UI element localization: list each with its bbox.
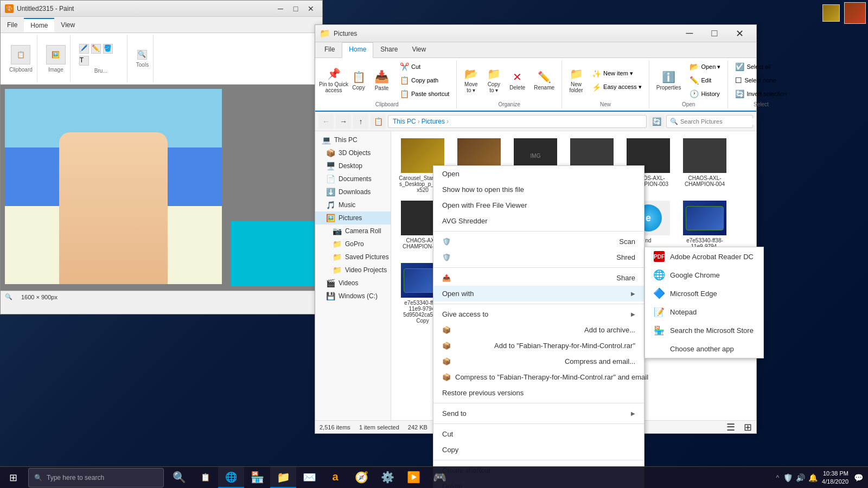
- explorer-close-button[interactable]: ✕: [727, 25, 752, 42]
- taskbar-app-edge[interactable]: 🌐: [218, 467, 244, 488]
- submenu-chrome[interactable]: 🌐 Google Chrome: [645, 266, 763, 284]
- taskbar-search-input[interactable]: [47, 474, 158, 481]
- sidebar-item-saved-pictures[interactable]: 📁 Saved Pictures: [315, 251, 391, 264]
- submenu-adobe[interactable]: PDF Adobe Acrobat Reader DC: [645, 247, 763, 266]
- ribbon-tab-share[interactable]: Share: [373, 42, 405, 57]
- ctx-scan[interactable]: 🛡️ Scan: [433, 234, 644, 249]
- sidebar-item-gopro[interactable]: 📁 GoPro: [315, 237, 391, 251]
- back-button[interactable]: ←: [318, 114, 334, 129]
- taskbar-app-cortana[interactable]: 🔍: [166, 467, 192, 488]
- ctx-open[interactable]: Open: [433, 166, 644, 182]
- view-grid-icon[interactable]: ⊞: [744, 421, 752, 433]
- taskbar-app-taskview[interactable]: 📋: [192, 467, 218, 488]
- move-to-button[interactable]: 📂 Moveto ▾: [460, 65, 482, 96]
- ctx-compress-rar-email[interactable]: 📦 Compress to "Fabian-Therapy-for-Mind-C…: [433, 369, 644, 385]
- sidebar-item-3d-objects[interactable]: 📦 3D Objects: [315, 146, 391, 159]
- properties-button[interactable]: ℹ️ Properties: [653, 68, 685, 93]
- paint-tab-home[interactable]: Home: [24, 18, 54, 32]
- sidebar-item-pictures[interactable]: 🖼️ Pictures: [315, 211, 391, 224]
- ctx-add-rar[interactable]: 📦 Add to "Fabian-Therapy-for-Mind-Contro…: [433, 338, 644, 354]
- copy-button[interactable]: 📋 Copy: [348, 68, 369, 93]
- taskbar-app-tripadvisor[interactable]: 🧭: [348, 467, 374, 488]
- ctx-restore-versions[interactable]: Restore previous versions: [433, 385, 644, 401]
- start-button[interactable]: ⊞: [0, 467, 26, 489]
- taskbar-app-gamepass[interactable]: ⚙️: [374, 467, 400, 488]
- sidebar-item-video-projects[interactable]: 📁 Video Projects: [315, 264, 391, 277]
- paste-button[interactable]: 📥 Paste: [371, 67, 393, 94]
- sidebar-item-this-pc[interactable]: 💻 This PC: [315, 133, 391, 146]
- path-pictures[interactable]: Pictures: [422, 118, 445, 125]
- sidebar-item-desktop[interactable]: 🖥️ Desktop: [315, 159, 391, 172]
- ctx-give-access[interactable]: Give access to ▶: [433, 306, 644, 322]
- paint-close-button[interactable]: ✕: [304, 3, 318, 14]
- ctx-add-archive[interactable]: 📦 Add to archive...: [433, 322, 644, 338]
- open-button[interactable]: 📂 Open ▾: [686, 60, 724, 73]
- taskbar-app-store[interactable]: 🏪: [244, 467, 270, 488]
- rename-button[interactable]: ✏️ Rename: [530, 68, 558, 93]
- ctx-copy[interactable]: Copy: [433, 442, 644, 458]
- address-path[interactable]: This PC › Pictures ›: [388, 115, 647, 128]
- ctx-cut[interactable]: Cut: [433, 426, 644, 442]
- taskbar-clock[interactable]: 10:38 PM 4/18/2020: [822, 470, 848, 485]
- copy-to-button[interactable]: 📁 Copyto ▾: [483, 65, 505, 96]
- sidebar-item-camera-roll[interactable]: 📷 Camera Roll: [315, 224, 391, 237]
- taskbar-app-mail[interactable]: ✉️: [296, 467, 322, 488]
- explorer-maximize-button[interactable]: □: [702, 25, 727, 42]
- new-folder-button[interactable]: 📁 Newfolder: [565, 65, 587, 96]
- paint-minimize-button[interactable]: ─: [273, 3, 288, 14]
- taskbar-app-explorer[interactable]: 📁: [270, 467, 296, 488]
- taskbar-search-box[interactable]: 🔍: [28, 468, 164, 487]
- taskbar-app-amazon[interactable]: a: [322, 467, 348, 488]
- ctx-share[interactable]: 📤 Share: [433, 270, 644, 286]
- path-this-pc[interactable]: This PC: [393, 118, 416, 125]
- up-button[interactable]: ↑: [353, 114, 368, 129]
- ctx-compress-email[interactable]: 📦 Compress and email...: [433, 354, 644, 369]
- paste-shortcut-button[interactable]: 📋 Paste shortcut: [396, 87, 453, 100]
- ctx-avg-shredder[interactable]: AVG Shredder: [433, 213, 644, 229]
- ctx-show-how-to-open[interactable]: Show how to open this file: [433, 182, 644, 197]
- select-none-button[interactable]: ☐ Select none: [731, 74, 790, 87]
- sidebar-item-downloads[interactable]: ⬇️ Downloads: [315, 185, 391, 198]
- ctx-send-to[interactable]: Send to ▶: [433, 406, 644, 421]
- notification-center-button[interactable]: 💬: [853, 467, 864, 489]
- ribbon-tab-file[interactable]: File: [317, 42, 342, 57]
- edit-button[interactable]: ✏️ Edit: [686, 74, 724, 87]
- ribbon-tab-view[interactable]: View: [405, 42, 433, 57]
- paint-tab-view[interactable]: View: [54, 18, 81, 31]
- cut-button[interactable]: ✂️ Cut: [396, 60, 453, 73]
- select-all-button[interactable]: ☑️ Select all: [731, 60, 790, 73]
- sidebar-item-music[interactable]: 🎵 Music: [315, 198, 391, 211]
- sidebar-item-documents[interactable]: 📄 Documents: [315, 172, 391, 185]
- ctx-shred[interactable]: 🛡️ Shred: [433, 249, 644, 265]
- invert-selection-button[interactable]: 🔄 Invert selection: [731, 87, 790, 100]
- ribbon-tab-home[interactable]: Home: [342, 42, 373, 58]
- forward-button[interactable]: →: [336, 114, 351, 129]
- pin-to-quick-access-button[interactable]: 📌 Pin to Quickaccess: [321, 65, 347, 96]
- ctx-open-free-viewer[interactable]: Open with Free File Viewer: [433, 197, 644, 213]
- explorer-minimize-button[interactable]: ─: [677, 25, 702, 42]
- file-item-chaos4[interactable]: CHAOS-AXL-CHAMPION-004: [678, 136, 732, 196]
- submenu-notepad[interactable]: 📝 Notepad: [645, 303, 763, 321]
- taskbar-app-gaming[interactable]: 🎮: [426, 467, 452, 488]
- search-box[interactable]: 🔍: [666, 115, 753, 128]
- easy-access-button[interactable]: ⚡ Easy access ▾: [588, 81, 646, 94]
- paint-maximize-button[interactable]: □: [289, 3, 303, 14]
- history-button[interactable]: 🕐 History: [686, 87, 724, 100]
- recent-locations-button[interactable]: 📋: [371, 114, 386, 129]
- refresh-button[interactable]: 🔄: [649, 114, 664, 129]
- delete-button[interactable]: ✕ Delete: [506, 68, 529, 93]
- shred-icon: 🛡️: [442, 253, 451, 261]
- view-list-icon[interactable]: ☰: [726, 421, 735, 433]
- search-input[interactable]: [680, 118, 755, 125]
- taskbar-app-vlc[interactable]: ▶️: [400, 467, 426, 488]
- sidebar-item-videos[interactable]: 🎬 Videos: [315, 277, 391, 290]
- new-item-button[interactable]: ✨ New item ▾: [588, 67, 646, 80]
- copy-path-button[interactable]: 📋 Copy path: [396, 74, 453, 87]
- submenu-edge[interactable]: 🔷 Microsoft Edge: [645, 284, 763, 303]
- ctx-open-with[interactable]: Open with ▶: [433, 286, 644, 301]
- show-hidden-icons[interactable]: ^: [776, 474, 779, 481]
- sidebar-item-windows-c[interactable]: 💾 Windows (C:): [315, 290, 391, 303]
- submenu-ms-store[interactable]: 🏪 Search the Microsoft Store: [645, 321, 763, 339]
- submenu-choose-another[interactable]: Choose another app: [645, 339, 763, 358]
- paint-tab-file[interactable]: File: [1, 18, 24, 31]
